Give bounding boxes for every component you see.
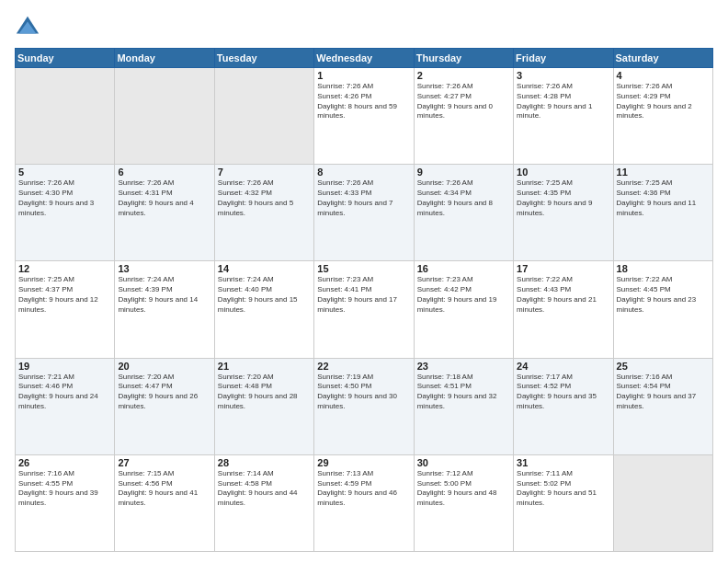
day-number: 23 bbox=[417, 361, 510, 372]
day-number: 3 bbox=[517, 70, 609, 81]
weekday-thursday: Thursday bbox=[414, 49, 513, 68]
calendar-cell: 21Sunrise: 7:20 AMSunset: 4:48 PMDayligh… bbox=[214, 358, 313, 454]
calendar-cell: 24Sunrise: 7:17 AMSunset: 4:52 PMDayligh… bbox=[514, 358, 613, 454]
calendar-cell: 13Sunrise: 7:24 AMSunset: 4:39 PMDayligh… bbox=[115, 261, 214, 358]
page: SundayMondayTuesdayWednesdayThursdayFrid… bbox=[0, 0, 728, 563]
weekday-sunday: Sunday bbox=[16, 49, 115, 68]
week-row-4: 26Sunrise: 7:16 AMSunset: 4:55 PMDayligh… bbox=[16, 454, 713, 551]
day-number: 26 bbox=[18, 457, 111, 468]
day-number: 21 bbox=[218, 361, 311, 372]
calendar-cell bbox=[115, 68, 214, 165]
calendar-cell: 1Sunrise: 7:26 AMSunset: 4:26 PMDaylight… bbox=[314, 68, 414, 165]
day-info: Sunrise: 7:23 AMSunset: 4:42 PMDaylight:… bbox=[417, 275, 510, 315]
day-number: 13 bbox=[118, 263, 210, 274]
weekday-header-row: SundayMondayTuesdayWednesdayThursdayFrid… bbox=[16, 49, 713, 68]
calendar-cell: 10Sunrise: 7:25 AMSunset: 4:35 PMDayligh… bbox=[514, 165, 613, 261]
day-info: Sunrise: 7:13 AMSunset: 4:59 PMDaylight:… bbox=[317, 469, 410, 509]
day-info: Sunrise: 7:24 AMSunset: 4:40 PMDaylight:… bbox=[218, 275, 311, 315]
day-number: 20 bbox=[118, 361, 210, 372]
day-number: 29 bbox=[317, 457, 410, 468]
day-info: Sunrise: 7:26 AMSunset: 4:31 PMDaylight:… bbox=[118, 178, 210, 218]
day-number: 7 bbox=[218, 167, 311, 178]
day-info: Sunrise: 7:26 AMSunset: 4:27 PMDaylight:… bbox=[417, 82, 510, 121]
calendar-cell: 20Sunrise: 7:20 AMSunset: 4:47 PMDayligh… bbox=[115, 358, 214, 454]
header bbox=[15, 11, 713, 40]
calendar-cell bbox=[214, 68, 313, 165]
day-info: Sunrise: 7:20 AMSunset: 4:48 PMDaylight:… bbox=[218, 373, 311, 412]
calendar-cell: 6Sunrise: 7:26 AMSunset: 4:31 PMDaylight… bbox=[115, 165, 214, 261]
calendar-cell bbox=[16, 68, 115, 165]
day-info: Sunrise: 7:24 AMSunset: 4:39 PMDaylight:… bbox=[118, 275, 210, 315]
calendar-cell: 2Sunrise: 7:26 AMSunset: 4:27 PMDaylight… bbox=[414, 68, 513, 165]
day-number: 8 bbox=[317, 167, 410, 178]
calendar-cell: 23Sunrise: 7:18 AMSunset: 4:51 PMDayligh… bbox=[414, 358, 513, 454]
day-info: Sunrise: 7:25 AMSunset: 4:36 PMDaylight:… bbox=[617, 178, 710, 218]
day-info: Sunrise: 7:26 AMSunset: 4:26 PMDaylight:… bbox=[317, 82, 410, 121]
day-info: Sunrise: 7:18 AMSunset: 4:51 PMDaylight:… bbox=[417, 373, 510, 412]
logo bbox=[15, 15, 43, 40]
calendar-cell: 18Sunrise: 7:22 AMSunset: 4:45 PMDayligh… bbox=[613, 261, 712, 358]
day-number: 28 bbox=[218, 457, 311, 468]
day-number: 31 bbox=[517, 457, 609, 468]
day-number: 9 bbox=[417, 167, 510, 178]
calendar-cell: 19Sunrise: 7:21 AMSunset: 4:46 PMDayligh… bbox=[16, 358, 115, 454]
calendar-cell: 14Sunrise: 7:24 AMSunset: 4:40 PMDayligh… bbox=[214, 261, 313, 358]
day-info: Sunrise: 7:23 AMSunset: 4:41 PMDaylight:… bbox=[317, 275, 410, 315]
day-number: 25 bbox=[617, 361, 710, 372]
week-row-3: 19Sunrise: 7:21 AMSunset: 4:46 PMDayligh… bbox=[16, 358, 713, 454]
day-number: 16 bbox=[417, 263, 510, 274]
day-info: Sunrise: 7:17 AMSunset: 4:52 PMDaylight:… bbox=[517, 373, 609, 412]
calendar-table: SundayMondayTuesdayWednesdayThursdayFrid… bbox=[15, 48, 713, 552]
day-number: 1 bbox=[317, 70, 410, 81]
calendar-cell bbox=[613, 454, 712, 551]
week-row-1: 5Sunrise: 7:26 AMSunset: 4:30 PMDaylight… bbox=[16, 165, 713, 261]
calendar-cell: 26Sunrise: 7:16 AMSunset: 4:55 PMDayligh… bbox=[16, 454, 115, 551]
day-number: 5 bbox=[18, 167, 111, 178]
logo-icon bbox=[15, 15, 40, 40]
day-number: 24 bbox=[517, 361, 609, 372]
day-info: Sunrise: 7:22 AMSunset: 4:43 PMDaylight:… bbox=[517, 275, 609, 315]
calendar-cell: 12Sunrise: 7:25 AMSunset: 4:37 PMDayligh… bbox=[16, 261, 115, 358]
day-number: 10 bbox=[517, 167, 609, 178]
day-info: Sunrise: 7:25 AMSunset: 4:35 PMDaylight:… bbox=[517, 178, 609, 218]
week-row-0: 1Sunrise: 7:26 AMSunset: 4:26 PMDaylight… bbox=[16, 68, 713, 165]
calendar-cell: 8Sunrise: 7:26 AMSunset: 4:33 PMDaylight… bbox=[314, 165, 414, 261]
calendar-cell: 27Sunrise: 7:15 AMSunset: 4:56 PMDayligh… bbox=[115, 454, 214, 551]
day-info: Sunrise: 7:16 AMSunset: 4:54 PMDaylight:… bbox=[617, 373, 710, 412]
day-number: 11 bbox=[617, 167, 710, 178]
day-number: 17 bbox=[517, 263, 609, 274]
calendar-body: 1Sunrise: 7:26 AMSunset: 4:26 PMDaylight… bbox=[16, 68, 713, 552]
day-info: Sunrise: 7:26 AMSunset: 4:29 PMDaylight:… bbox=[617, 82, 710, 121]
calendar-cell: 29Sunrise: 7:13 AMSunset: 4:59 PMDayligh… bbox=[314, 454, 414, 551]
calendar-cell: 4Sunrise: 7:26 AMSunset: 4:29 PMDaylight… bbox=[613, 68, 712, 165]
day-number: 14 bbox=[218, 263, 311, 274]
day-number: 22 bbox=[317, 361, 410, 372]
day-number: 2 bbox=[417, 70, 510, 81]
calendar-cell: 5Sunrise: 7:26 AMSunset: 4:30 PMDaylight… bbox=[16, 165, 115, 261]
day-number: 30 bbox=[417, 457, 510, 468]
week-row-2: 12Sunrise: 7:25 AMSunset: 4:37 PMDayligh… bbox=[16, 261, 713, 358]
weekday-tuesday: Tuesday bbox=[214, 49, 313, 68]
day-info: Sunrise: 7:14 AMSunset: 4:58 PMDaylight:… bbox=[218, 469, 311, 509]
weekday-wednesday: Wednesday bbox=[314, 49, 414, 68]
day-info: Sunrise: 7:11 AMSunset: 5:02 PMDaylight:… bbox=[517, 469, 609, 509]
day-info: Sunrise: 7:26 AMSunset: 4:28 PMDaylight:… bbox=[517, 82, 609, 121]
day-info: Sunrise: 7:22 AMSunset: 4:45 PMDaylight:… bbox=[617, 275, 710, 315]
calendar-cell: 30Sunrise: 7:12 AMSunset: 5:00 PMDayligh… bbox=[414, 454, 513, 551]
day-number: 6 bbox=[118, 167, 210, 178]
day-info: Sunrise: 7:26 AMSunset: 4:34 PMDaylight:… bbox=[417, 178, 510, 218]
calendar-cell: 7Sunrise: 7:26 AMSunset: 4:32 PMDaylight… bbox=[214, 165, 313, 261]
calendar-cell: 31Sunrise: 7:11 AMSunset: 5:02 PMDayligh… bbox=[514, 454, 613, 551]
weekday-saturday: Saturday bbox=[613, 49, 712, 68]
day-number: 15 bbox=[317, 263, 410, 274]
day-info: Sunrise: 7:16 AMSunset: 4:55 PMDaylight:… bbox=[18, 469, 111, 509]
calendar-cell: 15Sunrise: 7:23 AMSunset: 4:41 PMDayligh… bbox=[314, 261, 414, 358]
calendar-cell: 9Sunrise: 7:26 AMSunset: 4:34 PMDaylight… bbox=[414, 165, 513, 261]
calendar-cell: 17Sunrise: 7:22 AMSunset: 4:43 PMDayligh… bbox=[514, 261, 613, 358]
day-number: 4 bbox=[617, 70, 710, 81]
day-info: Sunrise: 7:20 AMSunset: 4:47 PMDaylight:… bbox=[118, 373, 210, 412]
day-info: Sunrise: 7:26 AMSunset: 4:30 PMDaylight:… bbox=[18, 178, 111, 218]
day-number: 19 bbox=[18, 361, 111, 372]
day-info: Sunrise: 7:26 AMSunset: 4:32 PMDaylight:… bbox=[218, 178, 311, 218]
day-info: Sunrise: 7:25 AMSunset: 4:37 PMDaylight:… bbox=[18, 275, 111, 315]
